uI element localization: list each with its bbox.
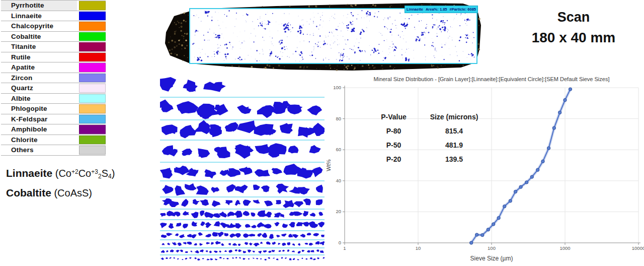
legend-row-albite: Albite [1,94,106,104]
legend-row-rutile: Rutile [1,52,106,63]
p-table-row: P-50481.9 [370,138,491,152]
grain-row [162,143,321,159]
grain-row [160,77,226,92]
p-value-table: P-ValueSize (microns)P-80815.4P-50481.9P… [370,110,491,166]
formula-cobaltite: Cobaltite (CoAsS) [6,187,115,199]
overlay-particles: #Particle: 6085 [449,7,476,12]
mineral-legend: PyrrhotiteLinnaeiteChalcopyriteCobaltite… [1,0,106,156]
data-point [497,217,500,220]
data-point [509,200,512,203]
grain-row [160,164,323,179]
y-tick-label: 0 [339,240,341,245]
x-tick-label: 10 [416,245,421,251]
mineral-color-swatch [79,136,106,145]
legend-row-chlorite: Chlorite [1,135,106,146]
y-tick-label: 40 [336,178,341,183]
data-point [569,88,572,91]
mineral-color-swatch [79,115,106,124]
data-point [525,181,528,184]
formula-segment: (Co [52,168,71,179]
mineral-name-label: Rutile [1,52,77,62]
y-tick-label: 60 [336,147,341,152]
mineral-color-swatch [79,32,106,41]
mineral-color-swatch [79,84,106,93]
x-tick-label: 1 [343,245,346,251]
data-point [470,241,473,244]
overlay-area: Area%: 1.85 [426,7,447,12]
p-table-row: P-20139.5 [370,152,491,166]
mineral-name-label: Amphibole [1,124,77,135]
mineral-color-swatch [79,12,106,21]
grain-row [162,198,323,208]
data-point [552,126,555,129]
mineral-color-swatch [79,104,106,113]
legend-row-pyrrhotite: Pyrrhotite [1,1,106,11]
formula-segment: +2 [71,168,78,175]
mineral-color-swatch [79,146,106,155]
grain-row [162,183,323,196]
mineral-color-swatch [79,63,106,72]
data-point [558,111,561,114]
formula-linnaeite: Linnaeite (Co+2Co+32S4) [6,167,115,180]
legend-row-others: Others [1,145,106,156]
mineral-name-label: Cobaltite [1,32,77,42]
mineral-color-swatch [79,125,106,134]
data-point [564,98,567,101]
formula-segment: (CoAsS) [51,187,92,198]
data-point [541,160,544,163]
grain-size-panel [160,75,325,263]
y-tick-label: 80 [336,116,341,121]
p-value-cell: P-50 [370,141,418,149]
legend-row-k-feldspar: K-Feldspar [1,114,106,125]
size-distribution-chart: Mineral Size Distribution - [Grain Layer… [325,75,644,266]
mineral-color-swatch [79,74,106,83]
mineral-name-label: Phlogopite [1,104,77,114]
mineral-name-label: Albite [1,94,77,104]
mineral-color-swatch [79,53,106,62]
grain-row [161,232,325,239]
grain-size-image [160,75,325,263]
data-point [519,185,522,188]
x-tick-label: 10000 [632,245,644,251]
p-value-cell: P-80 [370,127,418,135]
mineral-name-label: Quartz [1,83,77,93]
legend-row-titanite: Titanite [1,42,106,52]
scan-caption: Scan 180 x 40 mm [503,8,644,48]
mineral-name-label: Chlorite [1,135,77,145]
grain-row [160,99,322,119]
legend-row-chalcopyrite: Chalcopyrite [1,21,106,32]
y-tick-label: 20 [336,209,341,214]
x-tick-label: 1000 [559,245,570,251]
formula-mineral-name: Cobaltite [6,187,51,198]
legend-row-amphibole: Amphibole [1,124,106,135]
mineral-name-label: Chalcopyrite [1,21,77,31]
mineral-formulas: Linnaeite (Co+2Co+32S4)Cobaltite (CoAsS) [6,167,115,206]
mineral-name-label: Others [1,145,77,155]
data-point [475,233,478,236]
mineral-color-swatch [79,1,106,10]
formula-mineral-name: Linnaeite [6,167,52,179]
legend-row-zircon: Zircon [1,73,106,84]
data-point [492,223,495,226]
mineral-color-swatch [79,42,106,51]
data-point [503,205,506,208]
y-tick-label: 100 [333,85,341,90]
mineral-color-swatch [79,22,106,31]
legend-row-linnaeite: Linnaeite [1,11,106,22]
grain-row [161,249,324,254]
p-table-row: P-80815.4 [370,124,491,138]
grain-row [162,120,325,139]
size-cell: 815.4 [418,127,491,135]
scan-caption-line1: Scan [503,8,644,27]
grain-row [160,257,325,260]
x-tick-label: 100 [488,245,496,251]
mineral-name-label: Titanite [1,42,77,52]
p-table-header-row: P-ValueSize (microns) [370,110,491,124]
scan-overlay-label: Linnaeite Area%: 1.85 #Particle: 6085 [405,6,478,13]
p-value-cell: P-20 [370,155,418,163]
data-point [530,175,533,178]
legend-row-phlogopite: Phlogopite [1,104,106,114]
grain-row [162,241,325,246]
formula-segment: +3 [91,168,98,175]
data-point [536,168,539,171]
